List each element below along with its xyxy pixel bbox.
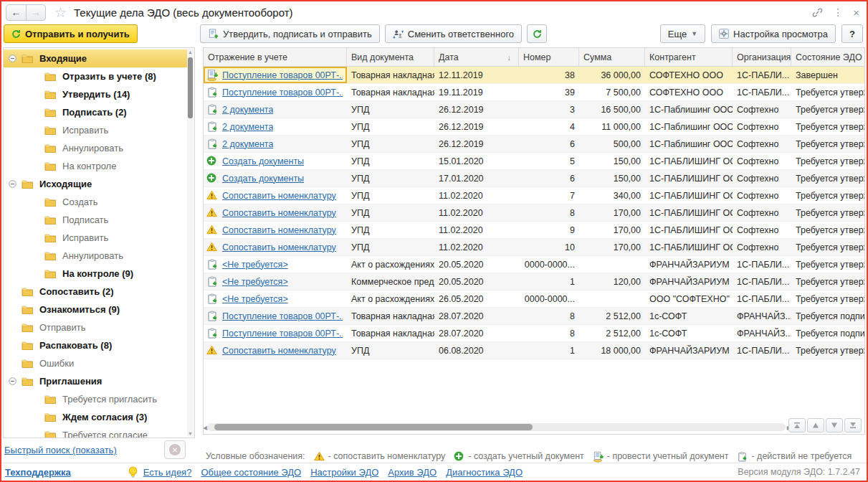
sidebar-item[interactable]: Исходящие [4,175,189,193]
go-up-button[interactable] [807,418,824,433]
document-link[interactable]: Поступление товаров 00РТ-... [222,70,343,80]
document-link[interactable]: Поступление товаров 00РТ-... [222,88,343,98]
statusbar-link[interactable]: Общее состояние ЭДО [201,467,301,478]
column-header[interactable]: Номер [519,48,579,66]
collapse-icon[interactable] [8,377,16,386]
sidebar-item[interactable]: Аннулировать [4,247,189,265]
collapse-icon[interactable] [8,55,16,63]
sidebar-item[interactable]: Приглашения [4,372,189,390]
horizontal-scrollbar[interactable] [207,423,786,431]
go-last-button[interactable] [844,418,862,433]
sidebar-item[interactable]: Ознакомиться (9) [4,301,189,318]
cell-doc-type: Товарная накладная [347,84,434,100]
forward-button[interactable]: → [26,5,45,20]
table-row[interactable]: Сопоставить номенклатуру УПД 11.02.2020 … [204,239,864,256]
back-button[interactable]: ← [6,5,26,20]
document-link[interactable]: Сопоставить номенклатуру [222,346,336,356]
document-link[interactable]: Сопоставить номенклатуру [222,242,336,252]
idea-link[interactable]: Есть идея? [143,467,192,478]
document-link[interactable]: 2 документа [222,122,273,132]
sidebar-item[interactable]: Ошибки [4,354,189,372]
sidebar-item[interactable]: Исправить [4,229,189,247]
scroll-down-icon[interactable]: ▼ [187,431,194,436]
sidebar-item[interactable]: Входящие [4,49,189,67]
column-header[interactable]: Сумма [579,48,645,66]
clear-search-button[interactable]: ✕ [164,440,186,459]
scrollbar-thumb[interactable] [214,424,533,430]
table-row[interactable]: Поступление товаров 00РТ-... Товарная на… [204,325,864,342]
sidebar-item[interactable]: Ждем согласия (3) [4,408,189,426]
table-row[interactable]: Сопоставить номенклатуру УПД 11.02.2020 … [204,204,864,222]
table-row[interactable]: Поступление товаров 00РТ-... Товарная на… [204,67,864,84]
document-link[interactable]: Сопоставить номенклатуру [222,225,336,235]
sidebar-item[interactable]: Сопоставить (2) [4,283,189,301]
tech-support-link[interactable]: Техподдержка [5,467,71,478]
document-link[interactable]: Сопоставить номенклатуру [222,191,336,201]
statusbar-link[interactable]: Настройки ЭДО [310,467,378,478]
sidebar-item[interactable]: Отправить [4,318,189,336]
document-link[interactable]: 2 документа [222,139,273,149]
sidebar-item[interactable]: Исправить [4,121,189,139]
column-header[interactable]: Организация [733,48,791,66]
table-row[interactable]: Поступление товаров 00РТ-... Товарная на… [204,308,864,325]
sidebar-scrollbar[interactable]: ▲ ▼ [187,49,194,437]
column-header[interactable]: Контрагент [645,48,733,66]
table-row[interactable]: <Не требуется> Коммерческое предл... 20.… [204,273,864,290]
table-row[interactable]: <Не требуется> Акт о расхождениях 20.05.… [204,256,864,273]
get-link-icon[interactable] [812,7,823,18]
sidebar-item[interactable]: Подписать [4,211,189,229]
table-row[interactable]: Сопоставить номенклатуру УПД 06.08.2020 … [204,342,864,359]
sidebar-item[interactable]: Требуется пригласить [4,390,189,408]
quick-search-link[interactable]: Быстрый поиск (показать) [4,445,117,455]
sidebar-item[interactable]: Подписать (2) [4,103,189,121]
table-row[interactable]: Создать документы УПД 15.01.2020 5 150,0… [204,153,864,170]
help-button[interactable]: ? [841,24,863,43]
send-receive-button[interactable]: Отправить и получить [4,24,138,43]
sidebar-item[interactable]: На контроле (9) [4,265,189,283]
document-link[interactable]: 2 документа [222,105,273,115]
sidebar-item[interactable]: Аннулировать [4,139,189,157]
document-link[interactable]: Создать документы [222,174,304,184]
column-header[interactable]: Отражение в учете [204,48,347,66]
table-row[interactable]: Создать документы УПД 17.01.2020 6 150,0… [204,170,864,187]
cell-edo-state: Требуется утверждение [791,204,864,221]
scrollbar-thumb[interactable] [188,57,193,118]
statusbar-link[interactable]: Диагностика ЭДО [446,467,523,478]
document-link[interactable]: Создать документы [222,156,304,166]
sidebar-item[interactable]: Отразить в учете (8) [4,67,189,85]
more-menu-icon[interactable]: ⋮ [833,6,843,18]
close-icon[interactable]: × [853,6,859,19]
sidebar-item[interactable]: Утвердить (14) [4,85,189,103]
approve-sign-send-button[interactable]: Утвердить, подписать и отправить [200,24,380,43]
statusbar-link[interactable]: Архив ЭДО [388,467,437,478]
table-row[interactable]: <Не требуется> Акт о расхождениях 26.05.… [204,290,864,308]
document-link[interactable]: <Не требуется> [222,294,288,304]
table-row[interactable]: Сопоставить номенклатуру УПД 11.02.2020 … [204,222,864,239]
change-responsible-button[interactable]: Сменить ответственного [385,24,522,43]
table-row[interactable]: Поступление товаров 00РТ-... Товарная на… [204,84,864,101]
go-first-button[interactable] [788,418,806,433]
column-header[interactable]: Вид документа [347,48,434,66]
table-row[interactable]: Сопоставить номенклатуру УПД 11.02.2020 … [204,187,864,204]
collapse-icon[interactable] [8,180,16,189]
document-link[interactable]: Сопоставить номенклатуру [222,208,336,218]
sidebar-item[interactable]: Требуется согласие [4,426,189,438]
favorite-star-icon[interactable]: ☆ [54,6,67,19]
table-row[interactable]: 2 документа УПД 26.12.2019 6 500,00 1С-П… [204,136,864,153]
document-link[interactable]: <Не требуется> [222,260,288,270]
document-link[interactable]: Поступление товаров 00РТ-... [222,329,343,339]
sidebar-item[interactable]: Создать [4,193,189,211]
document-link[interactable]: Поступление товаров 00РТ-... [222,311,343,321]
column-header[interactable]: Состояние ЭДО [791,48,864,66]
table-row[interactable]: 2 документа УПД 26.12.2019 3 16 500,00 1… [204,101,864,118]
refresh-list-button[interactable] [527,24,547,43]
view-settings-button[interactable]: Настройка просмотра [711,24,836,43]
document-link[interactable]: <Не требуется> [222,277,288,287]
sidebar-item[interactable]: На контроле [4,157,189,175]
scroll-up-icon[interactable]: ▲ [187,49,194,55]
column-header[interactable]: Дата↓ [434,48,519,66]
sidebar-item[interactable]: Распаковать (8) [4,336,189,354]
table-row[interactable]: 2 документа УПД 26.12.2019 4 11 000,00 1… [204,118,864,136]
go-down-button[interactable] [826,418,843,433]
more-button[interactable]: Еще▼ [660,24,705,43]
